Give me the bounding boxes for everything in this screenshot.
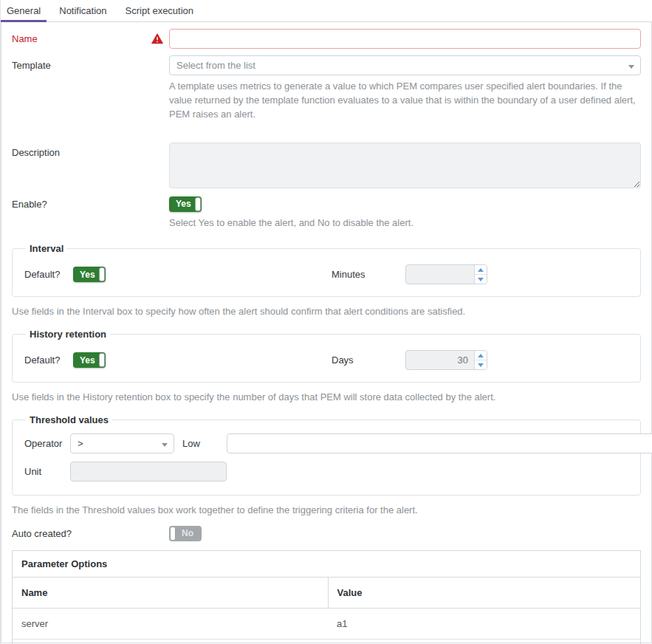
spinner-up-icon[interactable] (475, 265, 487, 275)
template-select-value: Select from the list (176, 60, 255, 71)
operator-select[interactable]: > (70, 434, 174, 453)
tab-script-execution[interactable]: Script execution (120, 0, 200, 21)
unit-label: Unit (24, 466, 70, 477)
auto-created-toggle-label: No (182, 528, 193, 538)
low-input[interactable] (227, 434, 652, 453)
days-label: Days (332, 354, 405, 366)
operator-label: Operator (24, 438, 70, 449)
column-header-name: Name (13, 578, 328, 609)
unit-input (70, 462, 227, 482)
toggle-handle (99, 267, 105, 281)
name-row: Name (1, 29, 651, 49)
enable-help-text: Select Yes to enable the alert, and No t… (169, 216, 646, 230)
history-default-label: Default? (24, 354, 73, 366)
spinner-up-icon[interactable] (475, 351, 487, 360)
toggle-handle (99, 353, 105, 367)
history-retention-legend: History retention (26, 329, 110, 340)
chevron-down-icon (628, 65, 634, 69)
param-value-cell[interactable]: a1 (328, 608, 640, 639)
description-textarea[interactable] (169, 143, 641, 188)
history-default-toggle[interactable]: Yes (73, 352, 106, 368)
column-header-value: Value (328, 578, 640, 609)
toggle-handle (170, 527, 176, 541)
parameter-options-panel: Parameter Options Name Value server a1 d… (12, 550, 641, 644)
threshold-values-fieldset: Threshold values Operator > Low Medium H… (12, 414, 641, 496)
template-label: Template (12, 60, 51, 71)
interval-fieldset: Interval Default? Yes Minutes (12, 243, 641, 297)
history-retention-fieldset: History retention Default? Yes Days (12, 329, 641, 383)
auto-created-row: Auto created? No (1, 526, 651, 541)
history-default-toggle-label: Yes (80, 355, 95, 366)
template-select[interactable]: Select from the list (169, 55, 641, 75)
spinner-down-icon[interactable] (475, 275, 487, 284)
table-header-row: Name Value (13, 578, 640, 609)
enable-toggle-label: Yes (176, 199, 191, 209)
history-help-text: Use fields in the History retention box … (12, 391, 651, 405)
interval-help-text: Use fields in the Interval box to specif… (12, 305, 651, 319)
general-tab-panel: Name Template Select from the list (1, 22, 652, 643)
description-row: Description (1, 143, 651, 188)
description-label: Description (12, 147, 60, 158)
interval-default-toggle[interactable]: Yes (73, 267, 106, 282)
days-spinner (405, 350, 487, 370)
low-label: Low (182, 438, 227, 449)
auto-created-toggle[interactable]: No (169, 526, 202, 541)
alert-definition-dialog: General Notification Script execution Na… (0, 0, 652, 644)
warning-icon (151, 33, 163, 44)
interval-legend: Interval (26, 243, 67, 254)
spinner-down-icon[interactable] (475, 360, 487, 369)
tab-bar: General Notification Script execution (1, 0, 652, 22)
table-row[interactable]: database_name postgres (13, 639, 640, 644)
param-name-cell[interactable]: server (13, 608, 328, 639)
template-row: Template Select from the list (1, 55, 651, 75)
tab-notification[interactable]: Notification (53, 0, 112, 21)
toggle-handle (195, 197, 201, 211)
minutes-label: Minutes (332, 269, 405, 280)
template-help-text: A template uses metrics to generate a va… (169, 80, 646, 122)
minutes-spinner (405, 264, 487, 284)
interval-default-toggle-label: Yes (80, 270, 95, 280)
enable-toggle[interactable]: Yes (169, 196, 202, 212)
days-input (406, 351, 474, 369)
enable-row: Enable? Yes (1, 196, 651, 212)
param-name-cell[interactable]: database_name (13, 639, 328, 644)
name-label: Name (12, 33, 38, 44)
minutes-input (406, 265, 474, 284)
table-row[interactable]: server a1 (13, 608, 640, 639)
param-value-cell[interactable]: postgres (328, 639, 640, 644)
parameter-options-title: Parameter Options (13, 551, 640, 578)
parameter-options-table: Name Value server a1 database_name postg… (13, 578, 640, 644)
enable-label: Enable? (12, 199, 47, 210)
auto-created-label: Auto created? (12, 528, 72, 539)
name-input[interactable] (169, 29, 641, 49)
operator-select-value: > (78, 438, 83, 449)
tab-general[interactable]: General (1, 0, 47, 21)
threshold-values-legend: Threshold values (26, 414, 112, 425)
chevron-down-icon (162, 443, 168, 447)
threshold-help-text: The fields in the Threshold values box w… (12, 504, 651, 518)
interval-default-label: Default? (24, 269, 73, 280)
